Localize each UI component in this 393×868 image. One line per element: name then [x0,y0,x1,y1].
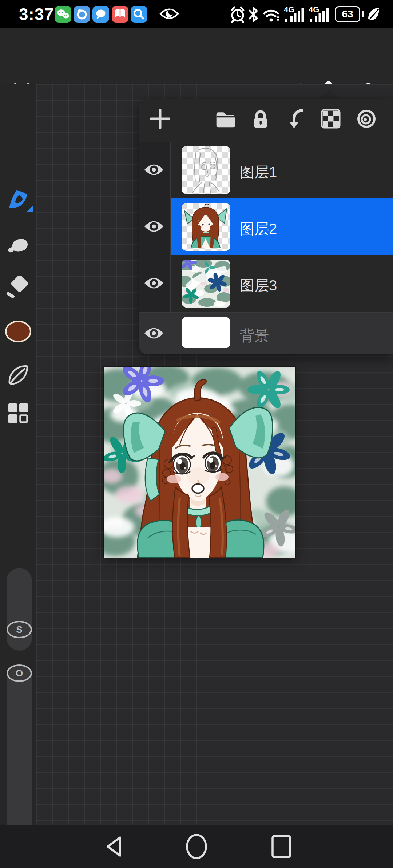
merge-down-icon[interactable] [286,109,306,129]
brush-size-handle[interactable]: S [7,621,32,638]
battery-icon: 63 [335,6,360,22]
layers-panel-caret [318,89,340,99]
layers-panel: 图层1 [139,99,393,354]
visibility-eye-icon[interactable] [143,219,165,235]
folder-icon[interactable] [215,109,235,129]
smudge-tool[interactable] [4,230,33,259]
size-label: S [7,621,32,638]
signal-4g-icon: 4G [284,6,306,23]
layer-row[interactable]: 图层3 [139,255,393,312]
reader-icon [112,6,128,23]
home-icon[interactable] [185,833,208,860]
signal-4g-icon: 4G [309,6,331,23]
add-layer-icon[interactable] [150,109,170,129]
battery-nub [362,11,364,17]
lens-icon [74,6,90,23]
layer-thumbnail [182,146,230,194]
status-bar: 3:37 4G 4G [0,0,393,28]
alpha-checker-icon[interactable] [321,109,341,129]
visibility-eye-icon[interactable] [143,276,165,292]
layer-name: 图层1 [240,162,277,182]
layer-name: 图层3 [240,276,277,296]
layer-thumbnail [182,317,230,348]
battery-percent: 63 [342,8,353,20]
visibility-eye-icon[interactable] [143,162,165,178]
leaf-decor-tool[interactable] [4,361,33,390]
color-swatch[interactable] [4,317,33,346]
search-icon [131,6,147,23]
back-icon[interactable] [105,835,122,858]
recents-icon[interactable] [271,835,291,859]
svg-text:4G: 4G [284,6,294,14]
layer-thumbnail [182,203,230,251]
layer-row[interactable]: 图层1 [139,142,393,198]
layer-name: 背景 [240,326,269,346]
lock-icon[interactable] [250,109,271,129]
drawing-app-screen: 3:37 4G 4G [0,0,393,868]
wechat-icon [55,6,71,23]
eraser-tool[interactable] [4,273,33,302]
eye-comfort-icon [159,7,179,20]
brush-tool-corner-flag [26,205,33,212]
wifi-icon [263,7,281,23]
message-bubble-icon [92,6,109,23]
opacity-handle[interactable]: O [7,664,32,682]
layer-thumbnail [182,260,230,308]
svg-text:4G: 4G [309,6,319,14]
top-toolbar [0,28,393,84]
clock-time: 3:37 [19,4,54,24]
layer-row[interactable]: 图层2 [139,198,393,255]
android-nav-bar [0,825,393,868]
alarm-icon [229,5,246,24]
spiral-icon[interactable] [356,109,377,129]
power-save-leaf-icon [367,6,381,22]
bluetooth-icon [247,6,260,23]
opacity-label: O [7,664,32,682]
tool-sidebar: S O [0,84,36,825]
materials-grid-tool[interactable] [4,399,33,428]
layer-row[interactable]: 背景 [139,313,393,354]
visibility-eye-icon[interactable] [143,326,165,342]
layer-name: 图层2 [240,219,277,239]
drawing-canvas[interactable] [104,367,295,558]
